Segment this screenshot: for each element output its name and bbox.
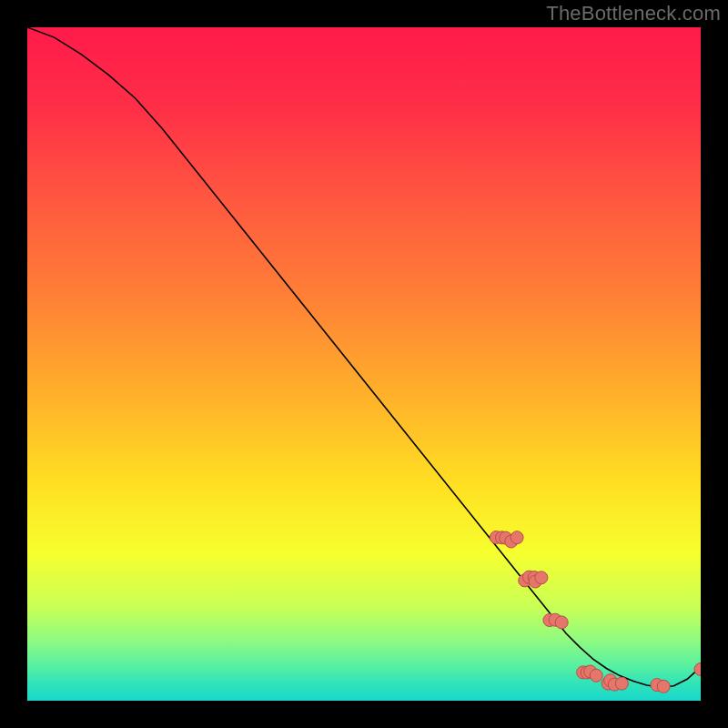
data-dot — [615, 677, 628, 690]
plot-area — [27, 27, 701, 701]
watermark-text: TheBottleneck.com — [546, 2, 721, 25]
data-dot — [657, 680, 670, 693]
data-dots — [490, 531, 701, 693]
data-dot — [511, 531, 523, 544]
chart-frame: TheBottleneck.com — [0, 0, 728, 728]
data-dot — [535, 571, 548, 584]
data-dot — [694, 663, 701, 676]
curve-line — [27, 27, 701, 687]
chart-overlay — [27, 27, 701, 701]
data-dot — [555, 616, 568, 629]
data-dot — [590, 669, 602, 682]
